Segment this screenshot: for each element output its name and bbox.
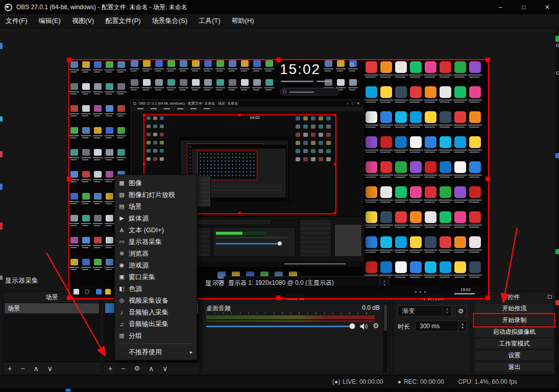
menu-item-scene[interactable]: ▤场景 [115, 201, 197, 212]
desktop-icon [454, 261, 466, 273]
selection-handle[interactable] [238, 114, 241, 116]
menu-scene-collection[interactable]: 场景集合(S) [147, 14, 193, 28]
settings-button[interactable]: 设置 [475, 350, 554, 361]
browser-icon: ⊕ [115, 250, 129, 257]
volume-slider[interactable] [206, 326, 353, 327]
duration-value: 300 ms [416, 323, 440, 330]
desktop-icon [241, 79, 249, 86]
desktop-edge-left [0, 223, 3, 230]
desktop-icon [311, 133, 315, 137]
desktop-icon [265, 60, 273, 67]
selection-handle[interactable] [334, 114, 336, 116]
menu-profile[interactable]: 配置文件(P) [100, 14, 146, 28]
desktop-icon [380, 186, 392, 198]
desktop-icon [147, 157, 151, 161]
desktop-edge-left [0, 116, 3, 121]
desktop-icon [366, 61, 377, 73]
transition-select[interactable]: 渐变 ∧∨ [398, 305, 452, 316]
menu-item-text-gdi[interactable]: A文本 (GDI+) [115, 224, 197, 236]
desktop-icon [147, 133, 151, 136]
menu-item-game-capture[interactable]: ◉游戏源 [115, 259, 197, 271]
selection-handle[interactable] [143, 163, 145, 165]
menu-item-image-slideshow[interactable]: ▧图像幻灯片放映 [115, 189, 197, 201]
desktop-icon [82, 259, 90, 265]
selection-handle[interactable] [334, 163, 336, 165]
volume-meter-2 [206, 320, 375, 322]
start-recording-button[interactable]: 开始录制 [475, 315, 554, 326]
mixer-scrollbar[interactable] [383, 303, 387, 373]
close-button[interactable]: ✕ [536, 0, 559, 14]
menu-item-media-source[interactable]: ▶媒体源 [115, 212, 197, 224]
menu-item-browser[interactable]: ⊕浏览器 [115, 248, 197, 259]
desktop-icon [117, 127, 125, 134]
remove-scene-button[interactable]: − [20, 364, 25, 373]
selection-handle[interactable] [238, 212, 241, 214]
source-down-button[interactable]: ∨ [162, 364, 167, 373]
desktop-icon [395, 161, 407, 173]
desktop-icon [380, 211, 392, 223]
maximize-button[interactable]: □ [512, 0, 536, 14]
desktop-clock-widget: 15:02 ⚙ [280, 61, 356, 98]
desktop-icon [180, 60, 187, 67]
desktop-icon [143, 60, 151, 67]
source-up-button[interactable]: ∧ [149, 364, 154, 373]
menu-item-window-capture[interactable]: ▣窗口采集 [115, 271, 197, 283]
add-source-button[interactable]: + [108, 364, 112, 373]
scene-down-button[interactable]: ∨ [47, 364, 53, 373]
source-properties-button[interactable]: ⚙ [134, 364, 140, 372]
menu-item-audio-input-capture[interactable]: ♪音频输入采集 [115, 306, 197, 318]
desktop-icon [319, 157, 323, 161]
edge-icon-label: G [556, 43, 559, 48]
menu-tools[interactable]: 工具(T) [193, 14, 226, 28]
menu-item-image[interactable]: ▦图像 [115, 177, 197, 189]
desktop-icon [303, 125, 308, 129]
desktop-icon [106, 171, 113, 178]
captured-window-controls: – □ ✕ [347, 102, 361, 106]
menu-item-audio-output-capture[interactable]: ♫音频输出采集 [115, 318, 197, 330]
menu-item-color-source[interactable]: ◧色源 [115, 283, 197, 295]
menu-file[interactable]: 文件(F) [0, 14, 33, 28]
desktop-icon [366, 136, 377, 148]
desktop-edge-left [0, 43, 3, 49]
remove-source-button[interactable]: − [121, 364, 125, 373]
desktop-icon [380, 236, 392, 248]
spin-arrows-icon[interactable]: ▲▼ [458, 321, 466, 331]
menu-help[interactable]: 帮助(H) [226, 14, 260, 28]
desktop-icon [106, 215, 113, 222]
status-bar: (●)LIVE: 00:00:00 ●REC: 00:00:00 CPU: 1.… [0, 375, 559, 388]
color-icon: ◧ [115, 285, 129, 292]
search-lens-icon [283, 90, 286, 93]
scene-up-button[interactable]: ∧ [33, 364, 38, 373]
speaker-icon[interactable] [359, 323, 369, 330]
add-scene-button[interactable]: + [8, 364, 12, 373]
duration-spinbox[interactable]: 300 ms ▲▼ [415, 321, 467, 332]
mixer-gear-button[interactable]: ⚙ [373, 322, 379, 330]
minimize-button[interactable]: – [489, 0, 512, 14]
live-status: (●)LIVE: 00:00:00 [332, 378, 383, 385]
desktop-icon [216, 79, 224, 86]
selection-handle[interactable] [334, 212, 336, 214]
menu-item-deprecated[interactable]: 不推荐使用▸ [115, 346, 197, 358]
selection-handle[interactable] [143, 114, 145, 116]
menu-item-display-capture[interactable]: ▭显示器采集 [115, 236, 197, 248]
menu-item-video-capture-device[interactable]: ◎视频采集设备 [115, 295, 197, 306]
scene-item[interactable]: 场景 [5, 303, 99, 313]
transition-gear-button[interactable]: ⚙ [455, 305, 467, 316]
menu-edit[interactable]: 编辑(E) [33, 14, 66, 28]
exit-button[interactable]: 退出 [475, 362, 554, 373]
display-icon: ▭ [115, 238, 129, 245]
desktop-edge-left [0, 184, 3, 190]
menu-item-group[interactable]: ▥分组 [115, 330, 197, 341]
menu-view[interactable]: 视图(V) [66, 14, 100, 28]
start-streaming-button[interactable]: 开始推流 [475, 303, 554, 314]
desktop-icon [410, 161, 422, 173]
desktop-icon [425, 111, 436, 123]
desktop-icon [82, 149, 90, 156]
volume-slider-handle[interactable] [349, 323, 355, 329]
desktop-icon [94, 83, 102, 90]
start-virtual-camera-button[interactable]: 启动虚拟摄像机 [475, 327, 554, 337]
captured-search-icon [85, 289, 89, 294]
desktop-icon [94, 105, 102, 112]
desktop-icon [410, 136, 422, 148]
studio-mode-button[interactable]: 工作室模式 [475, 338, 554, 349]
